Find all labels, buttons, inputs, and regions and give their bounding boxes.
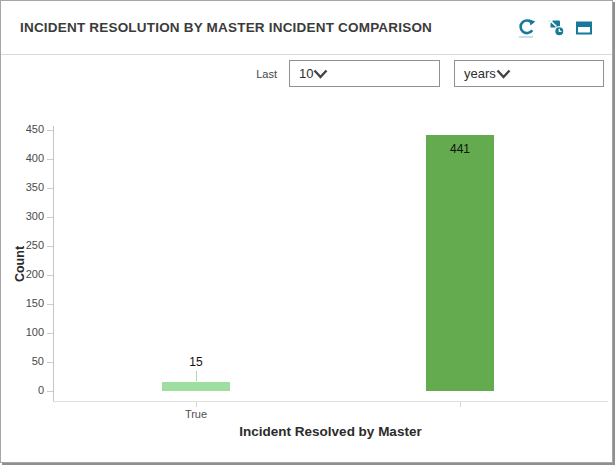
x-tick-label: True xyxy=(156,408,236,420)
chart-bar-True[interactable] xyxy=(162,382,230,391)
y-tick-label: 400 xyxy=(1,152,44,164)
y-tick-label: 100 xyxy=(1,326,44,338)
y-tick-dash xyxy=(47,391,53,392)
x-tick-dash xyxy=(196,402,197,407)
y-tick-dash xyxy=(47,130,53,131)
y-tick-dash xyxy=(47,304,53,305)
y-axis-line xyxy=(53,126,54,402)
y-tick-dash xyxy=(47,217,53,218)
y-tick-label: 50 xyxy=(1,355,44,367)
x-tick-dash xyxy=(460,402,461,407)
bar-value-label: 15 xyxy=(156,355,236,369)
y-tick-dash xyxy=(47,188,53,189)
y-tick-label: 450 xyxy=(1,123,44,135)
y-tick-dash xyxy=(47,159,53,160)
y-tick-label: 0 xyxy=(1,384,44,396)
y-tick-dash xyxy=(47,333,53,334)
y-tick-label: 350 xyxy=(1,181,44,193)
y-tick-label: 200 xyxy=(1,268,44,280)
x-axis-title: Incident Resolved by Master xyxy=(53,424,608,439)
y-tick-dash xyxy=(47,275,53,276)
y-tick-label: 150 xyxy=(1,297,44,309)
y-tick-label: 250 xyxy=(1,239,44,251)
bar-chart: Count Incident Resolved by Master 050100… xyxy=(1,1,613,463)
report-widget: INCIDENT RESOLUTION BY MASTER INCIDENT C… xyxy=(0,0,613,463)
y-tick-dash xyxy=(47,246,53,247)
y-tick-dash xyxy=(47,362,53,363)
chart-bar-series-1[interactable] xyxy=(426,135,494,391)
y-tick-label: 300 xyxy=(1,210,44,222)
x-axis-line xyxy=(53,401,608,402)
bar-value-label: 441 xyxy=(420,142,500,156)
bar-label-connector xyxy=(196,371,197,381)
